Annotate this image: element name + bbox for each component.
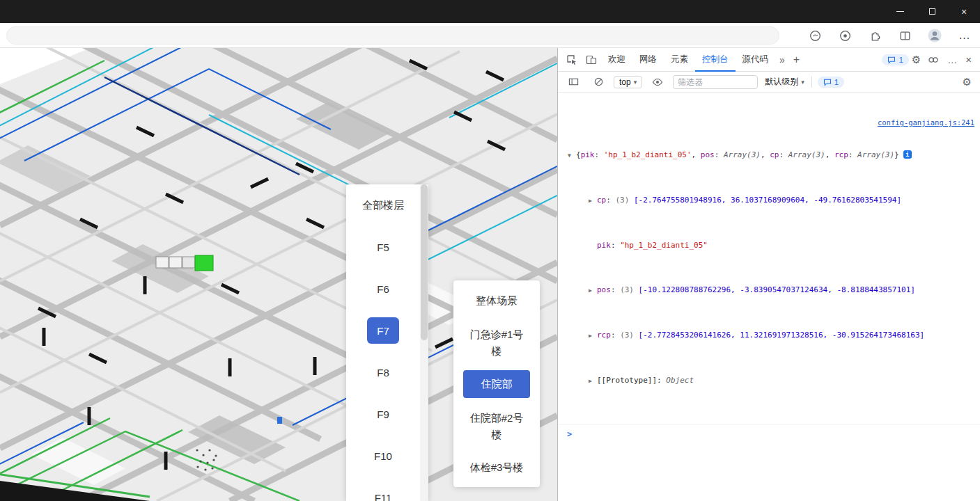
building-item-checkup-3[interactable]: 体检#3号楼 — [453, 461, 540, 475]
floor-item-f10[interactable]: F10 — [346, 435, 420, 477]
prompt-chevron-icon: > — [567, 429, 572, 439]
prop-count: (3) — [616, 196, 630, 205]
console-issues-counter[interactable]: 1 — [818, 77, 844, 88]
floor-item-f5[interactable]: F5 — [346, 226, 420, 268]
triangle-closed-icon: ▶ — [589, 331, 597, 342]
toolbar-divider — [811, 77, 812, 88]
sep: , — [761, 150, 770, 159]
prop-value: Object — [666, 376, 694, 385]
more-menu-icon[interactable]: … — [955, 26, 974, 45]
highlighted-elevator — [195, 255, 213, 271]
floor-scrollbar-track[interactable] — [420, 184, 428, 501]
prop-key: [[Prototype]] — [597, 376, 657, 385]
floor-label: F8 — [377, 367, 389, 379]
profile-avatar[interactable] — [925, 26, 944, 45]
badge-circle-icon-2[interactable] — [835, 26, 855, 45]
floor-scrollbar-thumb[interactable] — [421, 184, 428, 340]
window-controls: × — [884, 0, 980, 23]
console-prop-row-rcp[interactable]: ▶rcp: (3) [-2.7728453206141626, 11.32169… — [568, 330, 974, 353]
floor-label: F5 — [377, 241, 389, 253]
sep: : — [595, 150, 604, 159]
chevron-down-icon: ▾ — [634, 79, 637, 86]
floor-label: F11 — [375, 492, 392, 501]
console-prop-row-pik[interactable]: pik: "hp_1_b2_dianti_05" — [568, 240, 974, 262]
clear-console-icon[interactable] — [589, 72, 608, 92]
console-issues-count-label: 1 — [834, 78, 839, 86]
console-prop-row-pos[interactable]: ▶pos: (3) [-10.122808788762296, -3.83905… — [568, 285, 974, 308]
prop-value: [-10.122808788762296, -3.839054703712463… — [634, 285, 915, 294]
console-toolbar: top ▾ 默认级别 ▾ 1 ⚙ — [558, 72, 980, 93]
sep: : — [611, 241, 620, 250]
tab-elements[interactable]: 元素 — [664, 48, 695, 72]
preview-key: cp — [770, 150, 779, 159]
add-panel-icon[interactable]: + — [789, 54, 804, 66]
floor-list: 全部楼层 F5 F6 F7 F8 F9 F10 F11 — [346, 184, 420, 501]
preview-value: Array(3) — [788, 150, 825, 159]
building-item-outpatient-1[interactable]: 门急诊#1号楼 — [466, 326, 527, 360]
devtools-more-options-icon[interactable]: … — [943, 54, 961, 65]
more-tabs-icon[interactable]: » — [775, 54, 789, 65]
console-sidebar-icon[interactable] — [563, 72, 583, 92]
close-window-button[interactable]: × — [948, 0, 980, 23]
building-item-inpatient-2[interactable]: 住院部#2号楼 — [466, 410, 527, 443]
console-prop-row-cp[interactable]: ▶cp: (3) [-2.764755801948916, 36.1037168… — [568, 195, 974, 218]
split-screen-icon[interactable] — [895, 26, 915, 45]
devtools-panel: 欢迎 网络 元素 控制台 源代码 » + 1 ⚙ … × — [557, 48, 980, 501]
maximize-icon — [929, 8, 935, 15]
chevron-down-icon: ▾ — [801, 79, 804, 86]
sep: : — [657, 376, 666, 385]
floor-item-all[interactable]: 全部楼层 — [346, 184, 420, 226]
minimize-button[interactable] — [884, 0, 916, 23]
floor-item-f8[interactable]: F8 — [346, 351, 420, 393]
address-bar[interactable] — [6, 26, 779, 45]
triangle-closed-icon: ▶ — [589, 376, 597, 387]
brace: } — [894, 150, 899, 159]
floor-item-f11[interactable]: F11 — [346, 477, 420, 501]
floor-item-f7-selected[interactable]: F7 — [346, 310, 420, 351]
device-toolbar-icon[interactable] — [582, 50, 601, 70]
prop-key: pos — [597, 285, 611, 294]
triangle-open-icon: ▼ — [568, 150, 576, 161]
console-prompt[interactable]: > — [558, 424, 980, 440]
inspect-element-icon[interactable] — [562, 50, 582, 70]
preview-key: rcp — [834, 150, 848, 159]
tab-welcome[interactable]: 欢迎 — [601, 48, 632, 72]
triangle-closed-icon: ▶ — [589, 196, 597, 207]
devtools-settings-gear-icon[interactable]: ⚙ — [909, 54, 924, 66]
building-item-overall-scene[interactable]: 整体场景 — [453, 294, 540, 308]
source-link[interactable]: config-ganjiang.js:241 — [568, 118, 974, 127]
issues-counter[interactable]: 1 — [882, 54, 908, 65]
close-devtools-icon[interactable]: × — [961, 54, 976, 65]
console-settings-gear-icon[interactable]: ⚙ — [960, 76, 974, 88]
badge-circle-icon-1[interactable] — [805, 26, 825, 45]
sep: : — [848, 150, 857, 159]
console-output: config-ganjiang.js:241 ▼{pik: 'hp_1_b2_d… — [558, 93, 980, 440]
extensions-puzzle-icon[interactable] — [865, 26, 885, 45]
building-item-inpatient-selected[interactable]: 住院部 — [463, 370, 530, 398]
context-selector-label: top — [619, 77, 631, 87]
eye-icon[interactable] — [648, 72, 667, 92]
tab-console-active[interactable]: 控制台 — [695, 48, 736, 72]
prop-value: [-2.7728453206141626, 11.321691971328516… — [634, 331, 924, 340]
log-level-dropdown[interactable]: 默认级别 ▾ — [763, 76, 806, 88]
issues-count-label: 1 — [899, 56, 903, 64]
speech-bubble-icon — [887, 56, 896, 64]
object-preview-row[interactable]: ▼{pik: 'hp_1_b2_dianti_05', pos: Array(3… — [568, 150, 974, 173]
prop-value: "hp_1_b2_dianti_05" — [620, 241, 708, 250]
devtools-tabbar: 欢迎 网络 元素 控制台 源代码 » + 1 ⚙ … × — [558, 48, 980, 72]
prop-value: [-2.764755801948916, 36.1037168909604, -… — [629, 196, 901, 205]
linked-circles-icon[interactable] — [924, 50, 943, 70]
floor-label: 全部楼层 — [362, 199, 404, 212]
context-selector-dropdown[interactable]: top ▾ — [614, 76, 642, 88]
console-filter-input[interactable] — [673, 75, 758, 89]
tab-sources[interactable]: 源代码 — [736, 48, 776, 72]
console-prop-row-prototype[interactable]: ▶[[Prototype]]: Object — [568, 375, 974, 398]
prop-count: (3) — [620, 331, 634, 340]
floor-item-f6[interactable]: F6 — [346, 268, 420, 310]
log-level-label: 默认级别 — [765, 76, 798, 88]
maximize-button[interactable] — [916, 0, 948, 23]
floor-item-f9[interactable]: F9 — [346, 393, 420, 435]
tab-network[interactable]: 网络 — [632, 48, 664, 72]
triangle-closed-icon: ▶ — [589, 285, 597, 296]
floor-label: F9 — [377, 408, 389, 420]
